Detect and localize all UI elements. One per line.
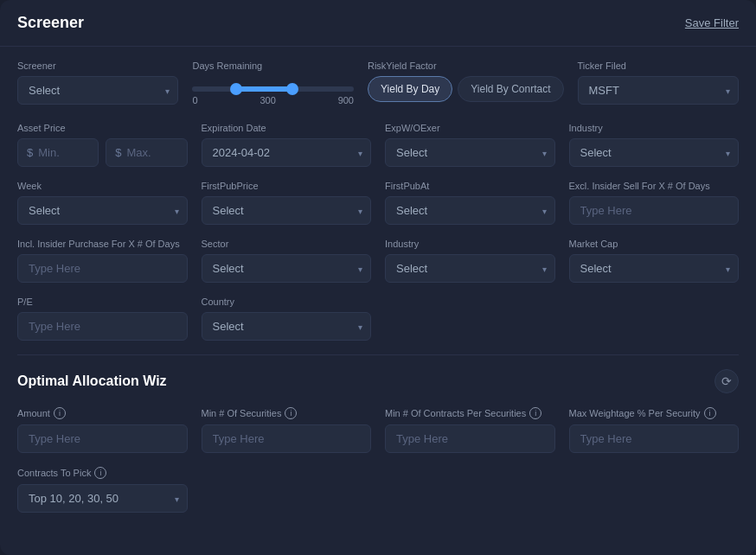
first-pub-price-field: FirstPubPrice Select ▾ <box>202 181 372 225</box>
screener-select-wrapper: Select ▾ <box>17 76 178 105</box>
amount-field: Amount i <box>17 407 188 453</box>
excl-insider-sell-field: Excl. Insider Sell For X # Of Days <box>569 181 740 225</box>
contracts-to-pick-select-wrapper: Top 10, 20, 30, 50 ▾ <box>17 484 188 513</box>
oa-empty-col-2 <box>202 467 372 513</box>
week-field: Week Select ▾ <box>17 181 188 225</box>
dollar-icon-max: $ <box>115 146 121 159</box>
industry2-label: Industry <box>385 239 555 249</box>
range-thumb-left[interactable] <box>230 83 242 95</box>
yield-by-day-button[interactable]: Yield By Day <box>368 76 452 102</box>
ticker-filed-select[interactable]: MSFT <box>578 76 740 105</box>
asset-price-min-input[interactable] <box>38 139 89 166</box>
save-filter-button[interactable]: Save Filter <box>685 16 739 29</box>
expiration-date-label: Expiration Date <box>202 123 372 133</box>
days-remaining-label: Days Remaining <box>192 61 354 71</box>
contracts-to-pick-info-icon[interactable]: i <box>94 467 106 479</box>
sector-select[interactable]: Select <box>202 254 372 283</box>
asset-price-field: Asset Price $ $ <box>17 123 188 167</box>
asset-price-max-input[interactable] <box>126 139 177 166</box>
row-4: Incl. Insider Purchase For X # Of Days S… <box>17 239 739 283</box>
oa-row-1: Amount i Min # Of Securities i Min # Of … <box>17 407 739 453</box>
section-divider <box>17 354 739 355</box>
incl-insider-purchase-field: Incl. Insider Purchase For X # Of Days <box>17 239 188 283</box>
ticker-filed-select-wrapper: MSFT ▾ <box>578 76 740 105</box>
industry-select[interactable]: Select <box>569 138 740 167</box>
range-thumb-right[interactable] <box>286 83 298 95</box>
range-track <box>192 86 354 92</box>
range-max-label: 900 <box>338 95 354 105</box>
history-icon-button[interactable]: ⟳ <box>714 369 739 393</box>
empty-col-4 <box>569 297 740 341</box>
industry-label: Industry <box>569 123 740 133</box>
page-title: Screener <box>17 14 84 32</box>
row-2: Asset Price $ $ Expiration Date <box>17 123 739 167</box>
ticker-filed-field: Ticker Filed MSFT ▾ <box>578 61 740 109</box>
first-pub-price-label: FirstPubPrice <box>202 181 372 191</box>
amount-label: Amount i <box>17 407 188 419</box>
pe-field: P/E <box>17 297 188 341</box>
screener-label: Screener <box>17 61 178 71</box>
amount-input[interactable] <box>17 424 188 453</box>
exp-w-oexer-select[interactable]: Select <box>385 138 555 167</box>
max-weightage-info-icon[interactable]: i <box>704 407 716 419</box>
asset-price-label: Asset Price <box>17 123 188 133</box>
incl-insider-purchase-label: Incl. Insider Purchase For X # Of Days <box>17 239 188 249</box>
market-cap-select-wrapper: Select ▾ <box>569 254 740 283</box>
max-weightage-input[interactable] <box>569 424 740 453</box>
expiration-date-select[interactable]: 2024-04-02 <box>202 138 372 167</box>
min-contracts-field: Min # Of Contracts Per Securities i <box>385 407 555 453</box>
week-select-wrapper: Select ▾ <box>17 196 188 225</box>
days-remaining-range[interactable]: 0 300 900 <box>192 76 354 109</box>
max-weightage-label: Max Weightage % Per Security i <box>569 407 740 419</box>
min-securities-label: Min # Of Securities i <box>202 407 372 419</box>
min-securities-input[interactable] <box>202 424 372 453</box>
contracts-to-pick-select[interactable]: Top 10, 20, 30, 50 <box>17 484 188 513</box>
pe-input[interactable] <box>17 312 188 341</box>
incl-insider-purchase-input[interactable] <box>17 254 188 283</box>
country-select[interactable]: Select <box>202 312 372 341</box>
exp-w-oexer-label: ExpW/OExer <box>385 123 555 133</box>
min-contracts-info-icon[interactable]: i <box>529 407 541 419</box>
first-pub-price-select-wrapper: Select ▾ <box>202 196 372 225</box>
week-select[interactable]: Select <box>17 196 188 225</box>
industry2-field: Industry Select ▾ <box>385 239 555 283</box>
contracts-to-pick-field: Contracts To Pick i Top 10, 20, 30, 50 ▾ <box>17 467 188 513</box>
excl-insider-sell-input[interactable] <box>569 196 740 225</box>
country-select-wrapper: Select ▾ <box>202 312 372 341</box>
screener-select[interactable]: Select <box>17 76 178 105</box>
asset-price-inputs: $ $ <box>17 138 188 167</box>
oa-empty-col-4 <box>569 467 740 513</box>
first-pub-at-field: FirstPubAt Select ▾ <box>385 181 555 225</box>
row-5: P/E Country Select ▾ <box>17 297 739 341</box>
range-min-label: 0 <box>192 95 197 105</box>
optimal-allocation-title: Optimal Allocation Wiz <box>17 373 167 389</box>
header: Screener Save Filter <box>0 0 756 47</box>
asset-price-min-wrapper: $ <box>17 138 99 167</box>
first-pub-at-select[interactable]: Select <box>385 196 555 225</box>
min-securities-info-icon[interactable]: i <box>285 407 297 419</box>
risk-yield-field: RiskYield Factor Yield By Day Yield By C… <box>368 61 564 109</box>
max-weightage-field: Max Weightage % Per Security i <box>569 407 740 453</box>
country-field: Country Select ▾ <box>202 297 372 341</box>
industry2-select[interactable]: Select <box>385 254 555 283</box>
oa-empty-col-3 <box>385 467 555 513</box>
pe-label: P/E <box>17 297 188 307</box>
industry-field: Industry Select ▾ <box>569 123 740 167</box>
first-pub-at-select-wrapper: Select ▾ <box>385 196 555 225</box>
industry-select-wrapper: Select ▾ <box>569 138 740 167</box>
min-contracts-label: Min # Of Contracts Per Securities i <box>385 407 555 419</box>
amount-info-icon[interactable]: i <box>54 407 66 419</box>
yield-by-contract-button[interactable]: Yield By Conrtact <box>458 76 563 102</box>
first-pub-price-select[interactable]: Select <box>202 196 372 225</box>
min-contracts-input[interactable] <box>385 424 555 453</box>
risk-yield-buttons: Yield By Day Yield By Conrtact <box>368 76 564 102</box>
dollar-icon-min: $ <box>27 146 33 159</box>
screener-field: Screener Select ▾ <box>17 61 178 109</box>
expiration-date-field: Expiration Date 2024-04-02 ▾ <box>202 123 372 167</box>
row-1: Screener Select ▾ Days Remaining <box>17 61 739 109</box>
market-cap-label: Market Cap <box>569 239 740 249</box>
sector-label: Sector <box>202 239 372 249</box>
optimal-allocation-header: Optimal Allocation Wiz ⟳ <box>17 369 739 393</box>
market-cap-select[interactable]: Select <box>569 254 740 283</box>
min-securities-field: Min # Of Securities i <box>202 407 372 453</box>
